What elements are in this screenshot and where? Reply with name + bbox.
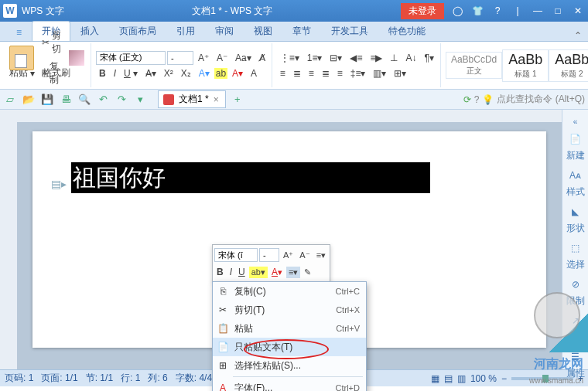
tab-section[interactable]: 章节 (282, 21, 321, 41)
help-icon[interactable]: ? (491, 5, 504, 16)
ctx-paste-special[interactable]: ⊞选择性粘贴(S)... (213, 356, 366, 375)
justify-button[interactable]: ≣ (319, 66, 333, 80)
mini-font-color[interactable]: A▾ (269, 266, 285, 278)
shirt-icon[interactable]: ◯ (450, 5, 464, 16)
qat-open-icon[interactable]: 📂 (22, 93, 36, 107)
mini-shrink-font[interactable]: A⁻ (297, 250, 312, 261)
minimize-button[interactable]: — (531, 5, 545, 16)
font-size-select[interactable]: - (167, 51, 193, 65)
line-spacing-button[interactable]: ‡≡▾ (347, 66, 369, 80)
mini-align[interactable]: ≡▾ (286, 267, 300, 278)
sidebar-new[interactable]: 📄新建 (564, 131, 587, 165)
document-tab[interactable]: 文档1 * × (158, 90, 226, 108)
refresh-icon[interactable]: ⟳ (463, 94, 471, 105)
style-heading2[interactable]: AaBb标题 2 (549, 49, 588, 82)
ctx-paste-text-only[interactable]: 📄只粘贴文本(T) (213, 338, 366, 356)
text-effects-button[interactable]: A▾ (196, 66, 213, 80)
vertical-ruler[interactable] (0, 110, 17, 369)
tab-file[interactable]: ≡ (6, 23, 32, 41)
mini-grow-font[interactable]: A⁺ (281, 250, 296, 261)
tab-developer[interactable]: 开发工具 (321, 21, 378, 41)
style-heading1[interactable]: AaBb标题 1 (502, 49, 549, 82)
command-search[interactable]: ⟳ ? 💡 点此查找命令 (Alt+Q) (463, 93, 585, 106)
zoom-out-button[interactable]: − (501, 373, 507, 384)
maximize-button[interactable]: □ (551, 5, 565, 16)
view-print-icon[interactable]: ▦ (431, 373, 439, 384)
tab-features[interactable]: 特色功能 (378, 21, 436, 41)
align-center-button[interactable]: ≣ (290, 66, 304, 80)
bold-button[interactable]: B (96, 66, 109, 80)
font-color-button[interactable]: A▾ (229, 66, 246, 80)
qat-preview-icon[interactable]: 🔍 (77, 93, 91, 107)
view-outline-icon[interactable]: ▥ (457, 373, 466, 384)
qat-print-icon[interactable]: 🖶 (59, 93, 73, 107)
selected-text[interactable]: 祖国你好 (71, 162, 167, 193)
shading-button[interactable]: ▥▾ (370, 66, 389, 80)
skin-icon[interactable]: 👕 (470, 5, 484, 16)
close-button[interactable]: ✕ (571, 5, 585, 16)
tab-references[interactable]: 引用 (166, 21, 205, 41)
mini-format-painter[interactable]: ✎ (302, 267, 313, 278)
mini-highlight[interactable]: ab▾ (249, 267, 268, 278)
mini-bold[interactable]: B (214, 266, 226, 278)
decrease-indent-button[interactable]: ◀≡ (347, 51, 365, 65)
status-chars[interactable]: 字数: 4/4 (176, 372, 212, 385)
ctx-font[interactable]: A字体(F)...Ctrl+D (213, 379, 366, 391)
tab-insert[interactable]: 插入 (70, 21, 109, 41)
mini-underline[interactable]: U (236, 266, 248, 278)
status-section[interactable]: 节: 1/1 (86, 372, 113, 385)
status-pages[interactable]: 页面: 1/1 (41, 372, 77, 385)
align-right-button[interactable]: ≡ (306, 66, 317, 80)
tab-view[interactable]: 视图 (244, 21, 282, 41)
zoom-level[interactable]: 100 % (470, 373, 497, 384)
qat-undo-icon[interactable]: ↶ (96, 93, 110, 107)
qat-more-icon[interactable]: ▾ (133, 93, 147, 107)
show-marks-button[interactable]: ¶▾ (421, 51, 436, 65)
view-web-icon[interactable]: ▤ (444, 373, 453, 384)
collapse-ribbon-button[interactable]: ⌃ (568, 30, 588, 41)
bullets-button[interactable]: ⋮≡▾ (277, 51, 303, 65)
align-left-button[interactable]: ≡ (277, 66, 289, 80)
new-tab-button[interactable]: + (231, 93, 244, 107)
status-line[interactable]: 行: 1 (121, 372, 140, 385)
grow-font-button[interactable]: A⁺ (195, 51, 212, 65)
status-page[interactable]: 页码: 1 (5, 372, 33, 385)
font-family-select[interactable]: 宋体 (正文) (96, 51, 166, 65)
qat-new-icon[interactable]: ▱ (3, 93, 17, 107)
sort-button[interactable]: A↓ (402, 51, 419, 65)
borders-button[interactable]: ⊞▾ (391, 66, 409, 80)
paste-button[interactable] (6, 44, 37, 72)
qat-save-icon[interactable]: 💾 (40, 93, 54, 107)
sidebar-collapse[interactable]: « (564, 114, 587, 129)
format-painter-button[interactable]: 格式刷 (39, 65, 74, 81)
change-case-button[interactable]: Aa▾ (232, 51, 255, 65)
ctx-paste[interactable]: 📋粘贴Ctrl+V (213, 319, 366, 338)
status-col[interactable]: 列: 6 (148, 372, 167, 385)
close-tab-icon[interactable]: × (214, 94, 219, 105)
ctx-cut[interactable]: ✂剪切(T)Ctrl+X (213, 301, 366, 319)
ctx-copy[interactable]: ⎘复制(C)Ctrl+C (213, 282, 366, 301)
sidebar-styles[interactable]: Aᴀ样式 (564, 167, 587, 202)
mini-bullets[interactable]: ≡▾ (314, 250, 328, 261)
tab-review[interactable]: 审阅 (205, 21, 244, 41)
char-shading-button[interactable]: A (248, 66, 260, 80)
superscript-button[interactable]: X² (161, 66, 176, 80)
tab-settings-button[interactable]: ⊥ (387, 51, 401, 65)
format-painter-large[interactable] (66, 49, 87, 67)
clear-format-button[interactable]: A̸ (256, 51, 268, 65)
login-button[interactable]: 未登录 (401, 3, 444, 19)
highlight-button[interactable]: ab (214, 68, 227, 79)
multilevel-button[interactable]: ⊟▾ (326, 51, 345, 65)
qat-redo-icon[interactable]: ↷ (115, 93, 128, 107)
mini-italic[interactable]: I (227, 266, 234, 278)
mini-size-select[interactable]: - (259, 248, 279, 262)
mini-font-select[interactable]: 宋体 (ī (214, 248, 258, 262)
tab-layout[interactable]: 页面布局 (109, 21, 166, 41)
italic-button[interactable]: I (111, 66, 119, 80)
help-icon-2[interactable]: ? (474, 94, 480, 105)
sidebar-shapes[interactable]: ◣形状 (564, 203, 587, 238)
style-normal[interactable]: AaBbCcDd正文 (446, 52, 502, 79)
strike-button[interactable]: A̶▾ (142, 66, 159, 80)
sidebar-select[interactable]: ⬚选择 (564, 240, 587, 274)
underline-button[interactable]: U▾ (121, 66, 141, 80)
